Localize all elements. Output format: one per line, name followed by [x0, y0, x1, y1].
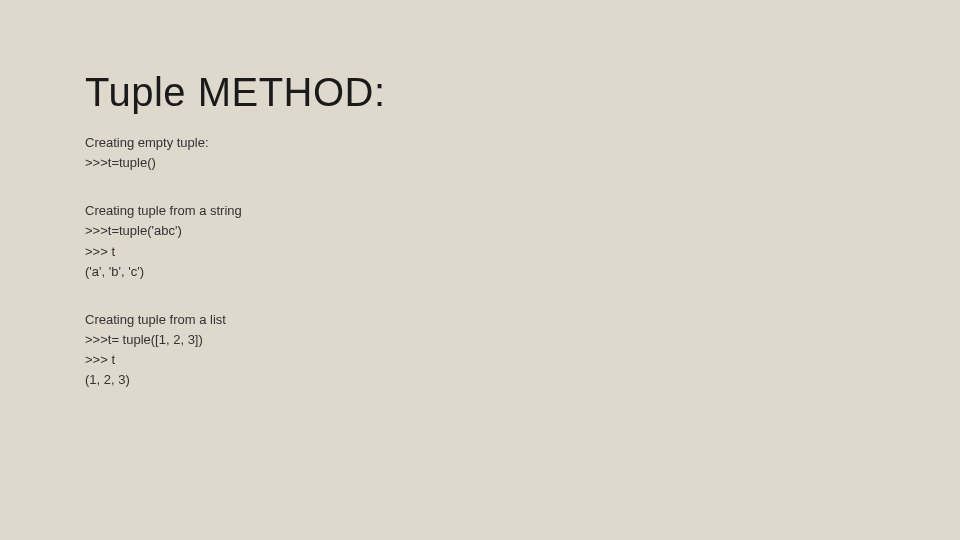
- slide-content: Tuple METHOD: Creating empty tuple: >>>t…: [85, 70, 900, 418]
- text-line: Creating tuple from a list: [85, 310, 900, 330]
- text-line: >>> t: [85, 350, 900, 370]
- slide-title: Tuple METHOD:: [85, 70, 900, 115]
- text-line: >>> t: [85, 242, 900, 262]
- block-empty-tuple: Creating empty tuple: >>>t=tuple(): [85, 133, 900, 173]
- text-line: Creating empty tuple:: [85, 133, 900, 153]
- text-line: ('a', 'b', 'c'): [85, 262, 900, 282]
- block-tuple-from-string: Creating tuple from a string >>>t=tuple(…: [85, 201, 900, 282]
- text-line: >>>t=tuple(): [85, 153, 900, 173]
- text-line: (1, 2, 3): [85, 370, 900, 390]
- text-line: >>>t=tuple('abc'): [85, 221, 900, 241]
- text-line: Creating tuple from a string: [85, 201, 900, 221]
- text-line: >>>t= tuple([1, 2, 3]): [85, 330, 900, 350]
- block-tuple-from-list: Creating tuple from a list >>>t= tuple([…: [85, 310, 900, 391]
